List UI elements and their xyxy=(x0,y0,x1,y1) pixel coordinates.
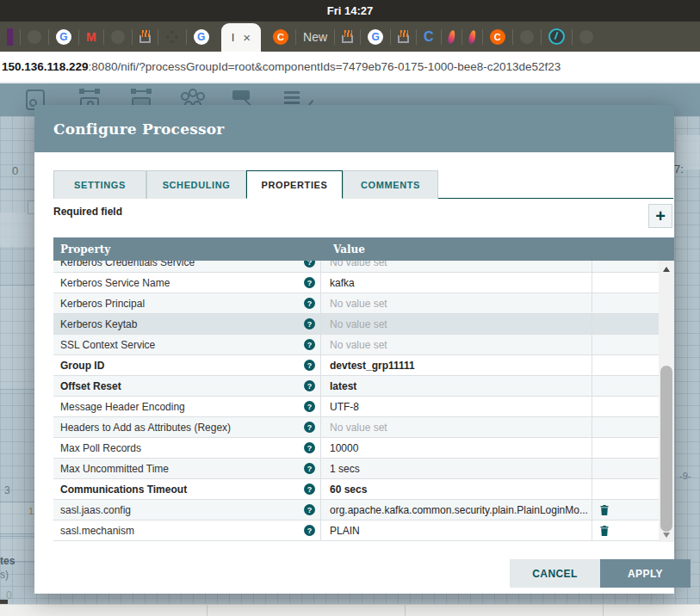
browser-tab[interactable] xyxy=(520,30,534,44)
browser-tab[interactable] xyxy=(111,30,125,44)
add-property-button[interactable]: + xyxy=(648,204,672,228)
browser-tab[interactable]: C xyxy=(273,29,288,45)
property-name: Kerberos Service Name xyxy=(60,277,304,289)
cancel-button[interactable]: CANCEL xyxy=(510,559,600,588)
help-icon[interactable]: ? xyxy=(304,442,315,453)
configure-processor-dialog: Configure Processor SETTINGSSCHEDULINGPR… xyxy=(34,105,674,594)
browser-tab[interactable] xyxy=(398,30,409,43)
tab-scheduling[interactable]: SCHEDULING xyxy=(146,170,246,199)
canvas-fragment-text: s) xyxy=(0,569,9,581)
table-row[interactable]: Group ID?devtest_grp11111 xyxy=(53,355,659,376)
property-value-cell[interactable]: UTF-8 xyxy=(320,397,592,416)
table-row[interactable]: sasl.jaas.config?org.apache.kafka.common… xyxy=(53,500,659,521)
browser-tab[interactable]: M xyxy=(86,30,96,44)
delete-property-button[interactable] xyxy=(600,505,609,515)
help-icon[interactable]: ? xyxy=(304,525,315,536)
browser-tab[interactable] xyxy=(342,30,353,43)
table-scrollbar[interactable] xyxy=(659,261,674,542)
property-value-cell[interactable]: No value set xyxy=(320,335,592,354)
property-value-cell[interactable]: PLAIN xyxy=(320,521,592,540)
browser-tab[interactable]: G xyxy=(194,29,209,45)
browser-tab[interactable] xyxy=(139,30,151,43)
table-row[interactable]: Max Poll Records?10000 xyxy=(53,438,659,459)
help-icon[interactable]: ? xyxy=(304,360,315,371)
tab-title: I xyxy=(232,31,235,44)
property-value-cell[interactable]: 10000 xyxy=(320,438,592,458)
property-name: Headers to Add as Attributes (Regex) xyxy=(60,422,304,434)
table-row[interactable]: Kerberos Service Name?kafka xyxy=(53,273,659,293)
tab-settings[interactable]: SETTINGS xyxy=(53,170,146,199)
property-value-cell[interactable]: No value set xyxy=(320,417,592,437)
url-bar[interactable]: 150.136.118.229:8080/nifi/?processGroupI… xyxy=(0,52,700,83)
browser-tab[interactable]: G xyxy=(56,29,71,45)
row-actions-cell xyxy=(592,261,659,272)
cloudera-favicon: C xyxy=(490,29,505,45)
help-icon[interactable]: ? xyxy=(304,277,315,288)
tab-divider xyxy=(20,29,21,45)
property-name-cell: SSL Context Service? xyxy=(53,335,320,354)
table-row[interactable]: Message Header Encoding?UTF-8 xyxy=(53,397,659,417)
property-name: Kerberos Keytab xyxy=(60,318,304,330)
row-actions-cell xyxy=(592,376,659,396)
help-icon[interactable]: ? xyxy=(304,380,315,391)
property-value-cell[interactable]: 60 secs xyxy=(320,479,592,499)
property-value-cell[interactable]: No value set xyxy=(320,293,592,313)
table-row[interactable]: Kerberos Keytab?No value set xyxy=(53,314,659,335)
stackoverflow-favicon xyxy=(139,30,151,43)
row-actions-cell xyxy=(592,335,659,354)
property-table: Kerberos Credentials Service?No value se… xyxy=(53,261,659,542)
help-icon[interactable]: ? xyxy=(304,298,315,309)
kafka-favicon xyxy=(165,30,179,44)
browser-tab[interactable]: New xyxy=(303,30,327,44)
help-icon[interactable]: ? xyxy=(304,318,315,330)
property-value-cell[interactable]: kafka xyxy=(320,273,592,293)
property-value-cell[interactable]: org.apache.kafka.common.security.plain.P… xyxy=(320,500,592,520)
browser-tab-active[interactable]: I× xyxy=(221,23,261,52)
scrollbar-thumb[interactable] xyxy=(660,366,672,532)
browser-tab[interactable]: C xyxy=(424,29,434,45)
divider xyxy=(405,605,406,616)
browser-tab[interactable]: C xyxy=(490,29,505,45)
browser-tab[interactable] xyxy=(449,30,455,44)
property-name: Offset Reset xyxy=(60,380,304,392)
property-value-cell[interactable]: No value set xyxy=(320,314,592,334)
table-row[interactable]: Max Uncommitted Time?1 secs xyxy=(53,459,659,479)
table-row[interactable]: Kerberos Principal?No value set xyxy=(53,293,659,314)
table-row[interactable]: Communications Timeout?60 secs xyxy=(53,479,659,500)
apply-button[interactable]: APPLY xyxy=(600,559,691,588)
tab-properties[interactable]: PROPERTIES xyxy=(246,170,343,199)
tab-comments[interactable]: COMMENTS xyxy=(343,170,438,199)
browser-tab[interactable] xyxy=(28,30,41,44)
help-icon[interactable]: ? xyxy=(304,261,315,268)
tab-divider xyxy=(158,29,158,45)
table-row[interactable]: sasl.mechanism?PLAIN xyxy=(53,521,659,541)
os-clock[interactable]: Fri 14:27 xyxy=(327,4,373,17)
table-row[interactable]: Kerberos Credentials Service?No value se… xyxy=(53,261,659,273)
blue-c-favicon: C xyxy=(424,29,434,45)
browser-tab[interactable] xyxy=(165,30,179,44)
property-value-cell[interactable]: devtest_grp11111 xyxy=(320,355,592,375)
property-value-cell[interactable]: No value set xyxy=(320,261,592,272)
property-value-cell[interactable]: latest xyxy=(320,376,592,396)
browser-tab[interactable] xyxy=(548,28,565,45)
property-name: sasl.mechanism xyxy=(60,525,304,537)
help-icon[interactable]: ? xyxy=(304,422,315,433)
delete-property-button[interactable] xyxy=(600,526,609,536)
help-icon[interactable]: ? xyxy=(304,401,315,412)
table-row[interactable]: SSL Context Service?No value set xyxy=(53,335,659,355)
browser-tab[interactable]: G xyxy=(368,29,383,45)
help-icon[interactable]: ? xyxy=(304,504,315,515)
browser-tab[interactable] xyxy=(469,30,475,44)
scroll-up-arrow-icon[interactable] xyxy=(663,267,670,272)
gmail-favicon: M xyxy=(86,30,96,44)
close-tab-icon[interactable]: × xyxy=(243,31,251,44)
browser-tab[interactable] xyxy=(579,30,593,44)
scroll-down-arrow-icon[interactable] xyxy=(663,533,670,538)
browser-tab[interactable] xyxy=(7,28,13,46)
help-icon[interactable]: ? xyxy=(304,463,315,474)
table-row[interactable]: Headers to Add as Attributes (Regex)?No … xyxy=(53,417,659,438)
property-value-cell[interactable]: 1 secs xyxy=(320,459,592,478)
table-row[interactable]: Offset Reset?latest xyxy=(53,376,659,397)
help-icon[interactable]: ? xyxy=(304,339,315,350)
help-icon[interactable]: ? xyxy=(304,484,315,495)
